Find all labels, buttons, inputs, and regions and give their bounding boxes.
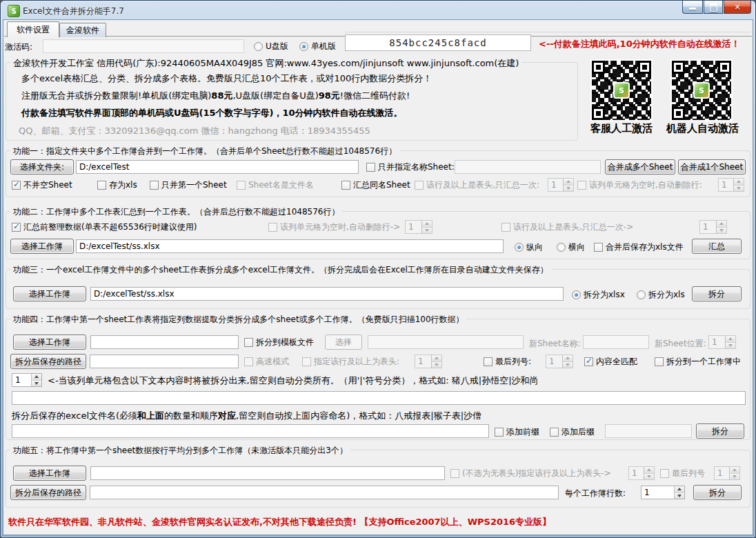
spinner-up-icon[interactable] [733,179,744,186]
f5-header-row-spinner[interactable]: 1 [628,466,655,480]
f4-template-path-input[interactable] [368,335,524,349]
button-label: 拆分后保存的路径 [15,487,81,499]
f5-save-path-button[interactable]: 拆分后保存的路径 [10,485,86,500]
f3-split-xlsx-radio[interactable]: 拆分为xlsx [572,289,625,300]
f1-header-row-checkbox[interactable]: 该行及以上是表头,只汇总一次: [415,179,539,190]
f4-filenames-input[interactable] [12,424,489,438]
f4-choose-template-button[interactable]: 选择 [325,335,362,350]
f4-fast-mode-checkbox[interactable]: 高速模式 [244,356,289,367]
f5-rows-per-workbook-spinner[interactable]: 1 [641,486,685,499]
f4-split-to-one-workbook-checkbox[interactable]: 拆分到一个工作簿中 [655,356,741,367]
spinner-down-icon[interactable] [729,474,739,480]
spinner-down-icon[interactable] [31,381,41,387]
f1-sheet-name-is-filename-checkbox[interactable]: Sheet名是文件名 [237,179,314,190]
f1-merge-same-name-sheet-checkbox[interactable]: 汇总同名Sheet [341,179,410,190]
spinner-up-icon[interactable] [644,467,654,474]
spinner-up-icon[interactable] [31,374,41,381]
f4-new-sheet-position-spinner[interactable]: 1 [708,335,736,349]
spinner-down-icon[interactable] [563,186,573,192]
spinner-up-icon[interactable] [562,355,573,362]
spinner-up-icon[interactable] [421,221,432,228]
spinner-down-icon[interactable] [421,228,432,234]
f4-split-to-template-checkbox[interactable]: 拆分到模板文件 [244,337,314,348]
f5-save-path-input[interactable] [90,486,559,499]
f2-header-row-spinner[interactable]: 1 [699,220,727,234]
minimize-button[interactable] [682,1,703,14]
f5-header-row-checkbox[interactable]: (不选为无表头)指定该行及以上为表头-> [450,468,611,479]
activation-code-input[interactable] [43,39,244,53]
f4-header-row-checkbox[interactable]: 指定该行及以上为表头: [302,356,399,367]
f4-filter-text-input[interactable] [12,391,746,405]
f1-named-sheet-input[interactable] [455,160,601,174]
f2-vertical-radio[interactable]: 纵向 [515,241,543,252]
f1-save-as-xls-checkbox[interactable]: 存为xls [97,179,137,190]
f4-select-workbook-button[interactable]: 选择工作簿 [13,335,86,350]
f1-folder-path-input[interactable] [76,160,359,174]
tab-software-settings[interactable]: 软件设置 [7,21,59,37]
usb-version-radio[interactable]: U盘版 [254,41,288,52]
f1-named-sheet-checkbox[interactable]: 只并指定名称Sheet: [366,161,455,172]
f1-merge-one-sheet-button[interactable]: 合并成1个Sheet [678,159,746,175]
price-usb: 98元 [319,90,340,101]
f2-header-row-checkbox[interactable]: 该行及以上是表头,只汇总一次-> [501,221,633,232]
f4-full-match-checkbox[interactable]: 内容全匹配 [584,356,637,367]
spinner-up-icon[interactable] [729,467,739,474]
f4-new-sheet-name-input[interactable] [583,335,649,349]
tab-jinjun-software[interactable]: 金浚软件 [59,23,106,37]
f2-save-as-xls-checkbox[interactable]: 合并后保存为xls文件 [594,241,684,252]
spinner-down-icon[interactable] [674,493,684,499]
spinner-up-icon[interactable] [563,179,573,186]
f3-select-workbook-button[interactable]: 选择工作簿 [13,286,86,301]
spinner-down-icon[interactable] [733,186,744,192]
f2-clean-data-checkbox[interactable]: 汇总前整理数据(单表不超65536行时建议使用) [12,221,197,232]
f4-save-path-input[interactable] [90,355,239,368]
spinner-up-icon[interactable] [431,355,441,362]
f1-skip-empty-sheet-checkbox[interactable]: 不并空Sheet [12,179,72,190]
f1-delete-empty-row-checkbox[interactable]: 该列单元格为空时,自动删除行: [577,179,702,190]
f1-header-row-spinner[interactable]: 1 [548,178,574,192]
standalone-version-radio[interactable]: 单机版 [299,41,336,52]
spinner-value: 1 [641,486,674,499]
maximize-button[interactable] [704,1,723,14]
spinner-down-icon[interactable] [562,362,573,368]
f1-delete-empty-row-spinner[interactable]: 1 [718,178,744,192]
f2-delete-empty-row-checkbox[interactable]: 该列单元格为空时,自动删除行-> [268,221,400,232]
f5-workbook-path-input[interactable] [90,466,445,480]
f4-prefix-suffix-input[interactable] [605,424,692,438]
f2-delete-empty-row-spinner[interactable]: 1 [405,220,432,234]
f4-add-suffix-checkbox[interactable]: 添加后缀 [550,426,595,437]
f2-select-workbook-button[interactable]: 选择工作簿 [10,239,74,254]
f4-add-prefix-checkbox[interactable]: 添加前缀 [495,426,539,437]
checkbox-label: (不选为无表头)指定该行及以上为表头-> [462,468,611,479]
f4-save-path-button[interactable]: 拆分后保存的路径 [10,354,86,369]
f4-last-column-spinner[interactable]: 1 [546,355,573,368]
f5-last-column-spinner[interactable]: 1 [714,466,740,480]
f5-select-workbook-button[interactable]: 选择工作簿 [13,466,86,481]
spinner-down-icon[interactable] [725,343,735,349]
f3-split-button[interactable]: 拆分 [692,286,742,301]
f1-merge-multi-sheet-button[interactable]: 合并成多个Sheet [605,159,675,175]
f3-workbook-path-input[interactable] [90,287,564,301]
spinner-up-icon[interactable] [674,486,684,493]
f5-split-button[interactable]: 拆分 [693,485,742,500]
f2-workbook-path-input[interactable] [76,239,504,253]
spinner-up-icon[interactable] [725,336,735,343]
close-button[interactable] [724,1,751,14]
spinner-up-icon[interactable] [716,221,726,228]
f2-merge-button[interactable]: 汇总 [692,239,742,254]
spinner-down-icon[interactable] [644,474,654,480]
f4-column-number-spinner[interactable]: 1 [12,373,42,387]
spinner-down-icon[interactable] [431,362,441,368]
f3-split-xls-radio[interactable]: 拆分为xls [637,289,685,300]
f4-header-row-spinner[interactable]: 1 [415,355,442,368]
f2-horizontal-radio[interactable]: 横向 [557,241,585,252]
spinner-value: 1 [715,467,729,479]
f1-first-sheet-only-checkbox[interactable]: 只并第一个Sheet [150,179,227,190]
button-label: 拆分 [709,487,726,499]
f5-last-column-checkbox[interactable]: 最后列号 [660,468,705,479]
f4-last-column-checkbox[interactable]: 最后列号: [484,356,531,367]
spinner-down-icon[interactable] [716,228,726,234]
f4-split-button[interactable]: 拆分 [696,424,744,439]
f1-select-folder-button[interactable]: 选择文件夹: [10,159,74,175]
f4-workbook-path-input[interactable] [90,335,239,349]
